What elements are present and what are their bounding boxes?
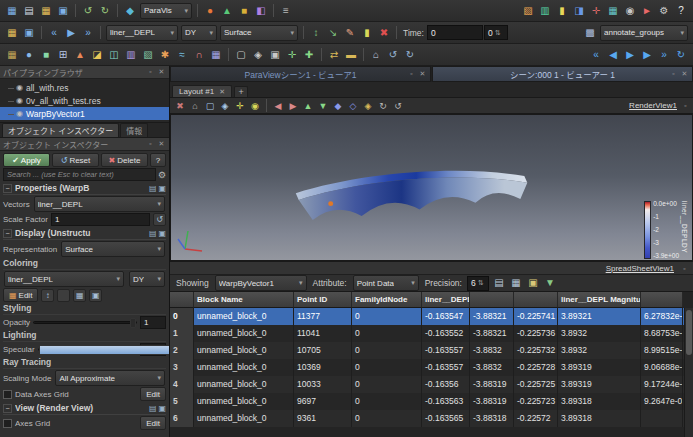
warp-vector-icon[interactable]: ∩	[191, 47, 207, 63]
vertical-scrollbar[interactable]	[684, 308, 693, 437]
component-selector[interactable]: DY▾	[181, 25, 217, 41]
gear-icon[interactable]: ⚙	[158, 170, 166, 180]
rescale-custom-icon[interactable]: ↘	[325, 25, 341, 41]
sources-box-icon[interactable]: ■	[38, 47, 54, 63]
app-menu-icon[interactable]: ▦	[4, 3, 20, 19]
ruler-icon[interactable]: ▬	[343, 47, 359, 63]
opacity-input[interactable]: 1	[140, 316, 166, 329]
representation-dropdown[interactable]: Surface▾	[61, 241, 165, 257]
opacity-slider[interactable]	[33, 321, 137, 324]
contour-icon[interactable]: ▲	[72, 47, 88, 63]
close-dock-icon[interactable]: ✕	[157, 140, 166, 148]
column-header[interactable]: liner__DEPL	[422, 292, 470, 308]
scale-factor-input[interactable]: 1	[51, 213, 150, 226]
time-index-spinner[interactable]: 0⇅	[484, 25, 508, 40]
clip-icon[interactable]: ◪	[89, 47, 105, 63]
reset-center-icon[interactable]: ◉	[248, 99, 262, 113]
select-points-icon[interactable]: ◈	[250, 47, 266, 63]
open-recent-icon[interactable]: ▦	[4, 47, 20, 63]
grid-icon[interactable]: ▦	[605, 3, 621, 19]
float-dock-icon[interactable]: ▫	[146, 140, 155, 148]
vcr-first-icon[interactable]: «	[46, 25, 62, 41]
save-properties-icon[interactable]: ▣	[158, 184, 166, 193]
camera-home-icon[interactable]: ⌂	[368, 47, 384, 63]
close-dock-icon[interactable]: ✕	[157, 68, 166, 76]
restore-window-icon[interactable]: ▫	[407, 70, 416, 78]
collapse-icon[interactable]: −	[3, 184, 12, 193]
view-cube-icon[interactable]: ◨	[571, 3, 587, 19]
group-icon[interactable]: ▩	[582, 25, 598, 41]
streamline-icon[interactable]: ≈	[174, 47, 190, 63]
geometry-module-icon[interactable]: ●	[202, 3, 218, 19]
rescale-data-range-icon[interactable]: ↕	[308, 25, 324, 41]
rotate-right-icon[interactable]: ↻	[402, 47, 418, 63]
delete-icon[interactable]: ✖	[376, 25, 392, 41]
annotate-groups-selector[interactable]: annotate_groups▾	[600, 25, 688, 41]
close-tab-icon[interactable]: ✕	[219, 88, 225, 96]
camera-reset-icon[interactable]: ⌂	[188, 99, 202, 113]
open-data-icon[interactable]: ▦	[4, 25, 20, 41]
visibility-eye-icon[interactable]: ◉	[16, 109, 23, 118]
module-selector[interactable]: ParaVis▾	[140, 3, 192, 19]
axes-grid-checkbox[interactable]	[3, 419, 12, 428]
reset-to-default-icon[interactable]: ↺	[153, 213, 166, 226]
vcr-next-frame-icon[interactable]: ▶	[639, 47, 655, 63]
zoom-to-data-icon[interactable]: ◈	[218, 99, 232, 113]
coloring-array-dropdown[interactable]: liner__DEPL▾	[4, 271, 124, 287]
preferences-icon[interactable]: ⚙	[656, 3, 672, 19]
show-scalar-bar-icon[interactable]: ▣	[89, 289, 102, 302]
threshold-icon[interactable]: ▥	[123, 47, 139, 63]
section-view[interactable]: − View (Render View) ▤ ▣	[3, 402, 166, 415]
data-axes-grid-edit-button[interactable]: Edit	[140, 387, 166, 401]
cell-connectivity-icon[interactable]: ▦	[509, 275, 523, 291]
mesh-tools-icon[interactable]: ▧	[520, 3, 536, 19]
axes-icon[interactable]: ✛	[588, 3, 604, 19]
vcr-last-frame-icon[interactable]: »	[656, 47, 672, 63]
extract-subset-icon[interactable]: ▧	[140, 47, 156, 63]
view-isometric-icon[interactable]: ◈	[361, 99, 375, 113]
data-axes-grid-checkbox[interactable]	[3, 390, 12, 399]
redo-icon[interactable]: ↻	[97, 3, 113, 19]
sources-sphere-icon[interactable]: ●	[21, 47, 37, 63]
color-legend[interactable]: 0.0e+00-1-2-3-3.9e+00 liner__DEPL DY	[644, 201, 688, 259]
collapse-icon[interactable]: −	[3, 229, 12, 238]
column-header[interactable]	[170, 292, 194, 308]
pick-center-icon[interactable]: ✛	[233, 99, 247, 113]
edit-colormap-icon[interactable]: ✎	[342, 25, 358, 41]
vectors-dropdown[interactable]: liner__DEPL▾	[34, 196, 165, 212]
choose-preset-icon[interactable]: ▦	[73, 289, 86, 302]
coloring-component-dropdown[interactable]: DY▾	[129, 271, 165, 287]
pipeline-tree-item[interactable]: ◉0v_all_with_test.res	[0, 94, 169, 107]
vcr-loop-icon[interactable]: ↻	[673, 47, 689, 63]
render-view-link[interactable]: RenderView1	[629, 101, 677, 110]
rescale-visible-icon[interactable]	[57, 289, 70, 302]
copy-properties-icon[interactable]: ▤	[149, 184, 157, 193]
undo-icon[interactable]: ↺	[80, 3, 96, 19]
view-minus-z-icon[interactable]: ◇	[346, 99, 360, 113]
scene-viewer-window-title[interactable]: シーン:000 1 - ビューアー 1 ▫ ✕	[432, 66, 693, 82]
table-row[interactable]: 4unnamed_block_0100330-0.16356-3.88319-0…	[170, 376, 693, 393]
column-header[interactable]: Point ID	[294, 292, 352, 308]
close-window-icon[interactable]: ✕	[418, 70, 427, 78]
column-header[interactable]: Block Name	[194, 292, 294, 308]
rescale-range-icon[interactable]: ↕	[41, 289, 54, 302]
table-row[interactable]: 6unnamed_block_093610-0.163565-3.88318-0…	[170, 410, 693, 427]
vcr-prev-frame-icon[interactable]: ◀	[605, 47, 621, 63]
view-plus-z-icon[interactable]: ◆	[331, 99, 345, 113]
pipeline-tree-item[interactable]: ◉all_with.res	[0, 81, 169, 94]
calculator-icon[interactable]: ⊞	[55, 47, 71, 63]
scrollbar-thumb[interactable]	[686, 310, 692, 355]
vcr-play-icon[interactable]: ▶	[622, 47, 638, 63]
column-header[interactable]	[641, 292, 683, 308]
maximize-view-icon[interactable]: ▫	[681, 102, 690, 109]
save-display-icon[interactable]: ▣	[158, 229, 166, 238]
tab-information[interactable]: 情報	[120, 123, 148, 137]
visibility-eye-icon[interactable]: ◉	[16, 83, 23, 92]
scaling-mode-dropdown[interactable]: All Approximate▾	[55, 370, 165, 386]
add-layout-tab-button[interactable]: +	[234, 86, 248, 97]
table-row[interactable]: 1unnamed_block_0110410-0.163552-3.88321-…	[170, 325, 693, 342]
attribute-selector[interactable]: Point Data▾	[353, 275, 419, 291]
axes-grid-edit-button[interactable]: Edit	[140, 416, 166, 430]
shaper-module-icon[interactable]: ■	[236, 3, 252, 19]
view-plus-x-icon[interactable]: ◀	[271, 99, 285, 113]
